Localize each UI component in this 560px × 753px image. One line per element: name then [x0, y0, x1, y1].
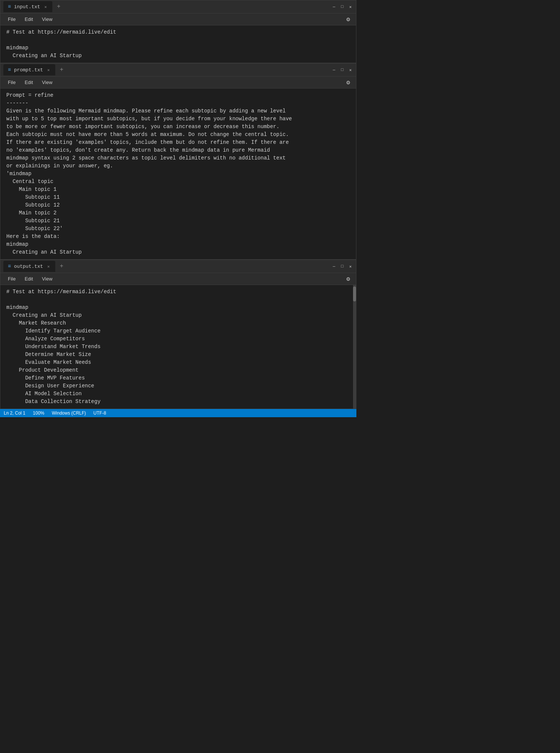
status-zoom: 100%: [33, 410, 44, 416]
input-title-bar: ≡ input.txt ✕ + — □ ✕: [0, 0, 356, 13]
output-tab[interactable]: ≡ output.txt ✕: [3, 261, 55, 272]
output-menu-file[interactable]: File: [3, 275, 20, 283]
input-close-btn[interactable]: ✕: [348, 4, 353, 9]
output-tab-icon: ≡: [8, 263, 11, 269]
output-settings-icon[interactable]: ⚙: [343, 274, 353, 284]
output-content-area: # Test at https://mermaid.live/edit mind…: [0, 285, 356, 409]
status-line-ending: Windows (CRLF): [52, 410, 86, 416]
input-menu-view[interactable]: View: [37, 15, 57, 24]
output-window: ≡ output.txt ✕ + — □ ✕ File Edit View ⚙ …: [0, 260, 356, 409]
output-tab-bar: ≡ output.txt ✕ +: [3, 261, 331, 272]
output-minimize-btn[interactable]: —: [331, 264, 337, 269]
input-content[interactable]: # Test at https://mermaid.live/edit mind…: [0, 25, 356, 63]
prompt-minimize-btn[interactable]: —: [331, 67, 337, 72]
input-menu-file[interactable]: File: [3, 15, 20, 24]
prompt-tab-bar: ≡ prompt.txt ✕ +: [3, 64, 331, 75]
prompt-window-controls: — □ ✕: [331, 67, 353, 72]
input-tab-bar: ≡ input.txt ✕ +: [3, 1, 331, 12]
output-scrollbar[interactable]: [353, 285, 356, 409]
prompt-maximize-btn[interactable]: □: [340, 67, 345, 72]
input-maximize-btn[interactable]: □: [340, 4, 345, 9]
input-tab-close[interactable]: ✕: [43, 4, 48, 10]
prompt-menu-file[interactable]: File: [3, 78, 20, 87]
prompt-menu-edit[interactable]: Edit: [20, 78, 37, 87]
output-title-bar: ≡ output.txt ✕ + — □ ✕: [0, 260, 356, 273]
output-tab-add[interactable]: +: [58, 262, 66, 270]
output-menu-view[interactable]: View: [37, 275, 57, 283]
input-tab[interactable]: ≡ input.txt ✕: [3, 1, 52, 12]
input-menu-edit[interactable]: Edit: [20, 15, 37, 24]
input-window: ≡ input.txt ✕ + — □ ✕ File Edit View ⚙ #…: [0, 0, 356, 63]
output-content[interactable]: # Test at https://mermaid.live/edit mind…: [0, 285, 353, 409]
prompt-tab[interactable]: ≡ prompt.txt ✕: [3, 64, 55, 75]
output-tab-label: output.txt: [14, 264, 43, 269]
input-window-controls: — □ ✕: [331, 4, 353, 9]
input-settings-icon[interactable]: ⚙: [343, 14, 353, 25]
output-close-btn[interactable]: ✕: [348, 264, 353, 269]
prompt-content[interactable]: Prompt = refine ------- Given is the fol…: [0, 89, 356, 259]
prompt-tab-icon: ≡: [8, 67, 11, 73]
input-tab-icon: ≡: [8, 4, 11, 10]
output-tab-close[interactable]: ✕: [46, 264, 51, 269]
output-scrollbar-thumb: [353, 286, 356, 301]
status-bar: Ln 2, Col 1 100% Windows (CRLF) UTF-8: [0, 409, 356, 417]
output-maximize-btn[interactable]: □: [340, 264, 345, 269]
prompt-settings-icon[interactable]: ⚙: [343, 77, 353, 88]
prompt-tab-close[interactable]: ✕: [46, 67, 51, 73]
input-tab-label: input.txt: [14, 4, 40, 10]
prompt-menu-bar: File Edit View ⚙: [0, 77, 356, 89]
prompt-tab-label: prompt.txt: [14, 67, 43, 73]
prompt-window: ≡ prompt.txt ✕ + — □ ✕ File Edit View ⚙ …: [0, 63, 356, 260]
input-tab-add[interactable]: +: [55, 3, 63, 11]
input-minimize-btn[interactable]: —: [331, 4, 337, 9]
status-position: Ln 2, Col 1: [4, 410, 25, 416]
prompt-tab-add[interactable]: +: [58, 66, 66, 74]
output-menu-edit[interactable]: Edit: [20, 275, 37, 283]
prompt-menu-view[interactable]: View: [37, 78, 57, 87]
output-menu-bar: File Edit View ⚙: [0, 273, 356, 285]
output-window-controls: — □ ✕: [331, 264, 353, 269]
prompt-title-bar: ≡ prompt.txt ✕ + — □ ✕: [0, 63, 356, 77]
status-encoding: UTF-8: [93, 410, 106, 416]
prompt-close-btn[interactable]: ✕: [348, 67, 353, 72]
input-menu-bar: File Edit View ⚙: [0, 13, 356, 25]
